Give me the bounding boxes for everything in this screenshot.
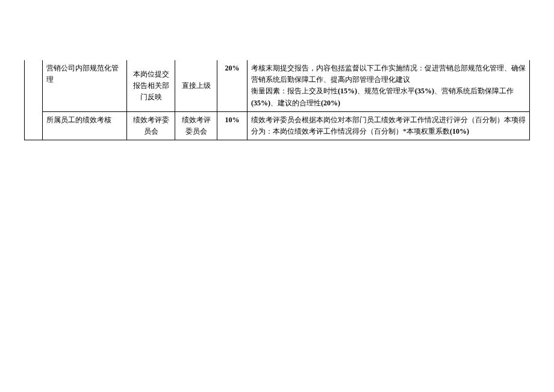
desc-cell: 考核末期提交报告，内容包括监督以下工作实施情况：促进营销总部规范化管理、确保营销…: [247, 60, 530, 111]
metric-weight: (35%): [415, 87, 434, 95]
desc-text: 考核末期提交报告，内容包括监督以下工作实施情况：促进营销总部规范化管理、确保营销…: [251, 64, 526, 84]
desc-text: 衡量因素：报告上交及时性: [251, 87, 338, 95]
metric-weight: (20%): [321, 99, 340, 107]
weight-cell: 20%: [217, 60, 247, 111]
metric-weight: (15%): [338, 87, 357, 95]
reviewer-cell: 直接上级: [175, 60, 217, 111]
table-row: 所属员工的绩效考核 绩效考评委员会 绩效考评委员会 10% 绩效考评委员会根据本…: [25, 111, 530, 140]
weight-cell: 10%: [217, 111, 247, 140]
desc-text: 、建议的合理性: [270, 99, 321, 107]
desc-text: 绩效考评委员会根据本岗位对本部门员工绩效考评工作情况进行评分（百分制）本项得分为…: [251, 116, 526, 135]
metric-weight: (35%): [251, 99, 270, 107]
reviewer-cell: 绩效考评委员会: [175, 111, 217, 140]
metric-weight: (10%): [450, 127, 469, 135]
task-cell: 营销公司内部规范化管理: [43, 60, 127, 111]
desc-text: 、营销系统后勤保障工作: [434, 87, 514, 95]
submitter-cell: 绩效考评委员会: [127, 111, 175, 140]
row-group-cell: [25, 60, 43, 140]
submitter-cell: 本岗位提交报告相关部门反映: [127, 60, 175, 111]
task-cell: 所属员工的绩效考核: [43, 111, 127, 140]
desc-text: 、规范化管理水平: [357, 87, 415, 95]
table-row: 营销公司内部规范化管理 本岗位提交报告相关部门反映 直接上级 20% 考核末期提…: [25, 60, 530, 111]
desc-cell: 绩效考评委员会根据本岗位对本部门员工绩效考评工作情况进行评分（百分制）本项得分为…: [247, 111, 530, 140]
assessment-table: 营销公司内部规范化管理 本岗位提交报告相关部门反映 直接上级 20% 考核末期提…: [24, 60, 530, 140]
